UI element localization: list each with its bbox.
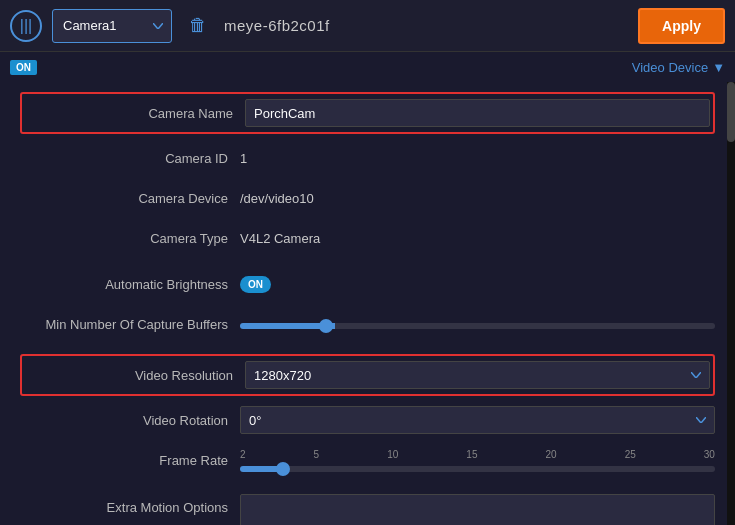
extra-motion-label: Extra Motion Options (20, 494, 240, 515)
subheader: ON Video Device ▼ (0, 52, 735, 82)
video-resolution-row: Video Resolution 1280x720 1920x1080 640x… (25, 359, 710, 391)
frame-rate-slider-track (240, 466, 715, 472)
min-capture-row: Min Number Of Capture Buffers (20, 308, 715, 340)
min-capture-slider-track (240, 323, 715, 329)
frame-rate-row: Frame Rate 2 5 10 15 20 25 30 (20, 444, 715, 476)
header: ||| Camera1 Camera2 Camera3 🗑 meye-6fb2c… (0, 0, 735, 52)
camera-id-label: Camera ID (20, 151, 240, 166)
camera-type-row: Camera Type V4L2 Camera (20, 222, 715, 254)
auto-brightness-toggle[interactable]: ON (240, 276, 271, 293)
on-badge: ON (10, 60, 37, 75)
video-resolution-highlighted-section: Video Resolution 1280x720 1920x1080 640x… (20, 354, 715, 396)
frame-rate-labels: 2 5 10 15 20 25 30 (240, 449, 715, 460)
camera-name-row: Camera Name (25, 97, 710, 129)
main-content: Camera Name Camera ID 1 Camera Device /d… (0, 82, 735, 525)
camera-name-highlighted-section: Camera Name (20, 92, 715, 134)
min-capture-slider-thumb[interactable] (319, 319, 333, 333)
min-capture-label: Min Number Of Capture Buffers (20, 317, 240, 332)
video-rotation-label: Video Rotation (20, 413, 240, 428)
video-resolution-label: Video Resolution (25, 368, 245, 383)
camera-id-row: Camera ID 1 (20, 142, 715, 174)
scrollbar[interactable] (727, 82, 735, 525)
video-rotation-row: Video Rotation 0° 90° 180° 270° (20, 404, 715, 436)
camera-device-row: Camera Device /dev/video10 (20, 182, 715, 214)
video-device-button[interactable]: Video Device ▼ (632, 60, 725, 75)
frame-rate-tick-25: 25 (625, 449, 636, 460)
camera-type-value: V4L2 Camera (240, 231, 715, 246)
delete-camera-button[interactable]: 🗑 (182, 10, 214, 42)
chevron-down-icon: ▼ (712, 60, 725, 75)
extra-motion-row: Extra Motion Options (20, 494, 715, 525)
trash-icon: 🗑 (189, 15, 207, 36)
frame-rate-tick-20: 20 (546, 449, 557, 460)
camera-name-input[interactable] (245, 99, 710, 127)
camera-select[interactable]: Camera1 Camera2 Camera3 (52, 9, 172, 43)
frame-rate-tick-30: 30 (704, 449, 715, 460)
video-device-label: Video Device (632, 60, 708, 75)
min-capture-slider (240, 319, 715, 329)
auto-brightness-row: Automatic Brightness ON (20, 268, 715, 300)
frame-rate-label: Frame Rate (20, 453, 240, 468)
camera-name-label: Camera Name (25, 106, 245, 121)
camera-device-value: /dev/video10 (240, 191, 715, 206)
video-rotation-select[interactable]: 0° 90° 180° 270° (240, 406, 715, 434)
frame-rate-tick-5: 5 (314, 449, 320, 460)
frame-rate-tick-10: 10 (387, 449, 398, 460)
camera-device-label: Camera Device (20, 191, 240, 206)
frame-rate-slider-container: 2 5 10 15 20 25 30 (240, 449, 715, 472)
apply-button[interactable]: Apply (638, 8, 725, 44)
auto-brightness-label: Automatic Brightness (20, 277, 240, 292)
frame-rate-tick-15: 15 (466, 449, 477, 460)
extra-motion-input[interactable] (240, 494, 715, 525)
app-icon: ||| (10, 10, 42, 42)
camera-id-display: meye-6fb2c01f (224, 17, 628, 34)
camera-type-label: Camera Type (20, 231, 240, 246)
frame-rate-tick-2: 2 (240, 449, 246, 460)
video-resolution-select[interactable]: 1280x720 1920x1080 640x480 320x240 (245, 361, 710, 389)
auto-brightness-value: ON (240, 276, 715, 293)
scrollbar-thumb[interactable] (727, 82, 735, 142)
frame-rate-slider-thumb[interactable] (276, 462, 290, 476)
min-capture-slider-container (240, 319, 715, 329)
camera-id-value: 1 (240, 151, 715, 166)
